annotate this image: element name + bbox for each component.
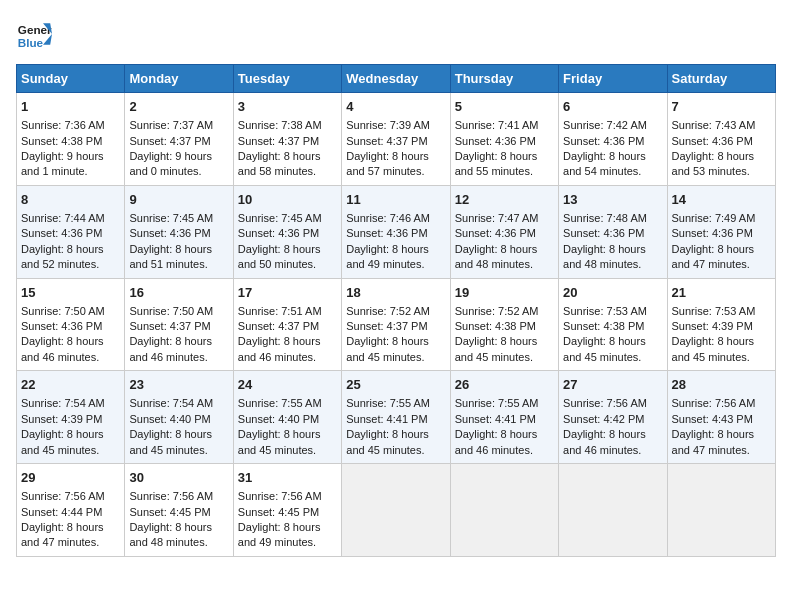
day-info: Daylight: 8 hours and 49 minutes. bbox=[346, 242, 445, 273]
day-info: Sunrise: 7:44 AM bbox=[21, 211, 120, 226]
day-info: Daylight: 8 hours and 48 minutes. bbox=[563, 242, 662, 273]
calendar-cell: 3Sunrise: 7:38 AMSunset: 4:37 PMDaylight… bbox=[233, 93, 341, 186]
day-info: Daylight: 8 hours and 45 minutes. bbox=[346, 334, 445, 365]
day-info: Sunset: 4:40 PM bbox=[129, 412, 228, 427]
day-info: Sunrise: 7:56 AM bbox=[672, 396, 771, 411]
day-info: Sunrise: 7:37 AM bbox=[129, 118, 228, 133]
day-info: Daylight: 8 hours and 46 minutes. bbox=[455, 427, 554, 458]
calendar-cell bbox=[667, 464, 775, 557]
day-number: 27 bbox=[563, 376, 662, 394]
day-info: Daylight: 8 hours and 52 minutes. bbox=[21, 242, 120, 273]
day-info: Daylight: 8 hours and 46 minutes. bbox=[238, 334, 337, 365]
day-info: Sunrise: 7:43 AM bbox=[672, 118, 771, 133]
day-info: Sunset: 4:36 PM bbox=[129, 226, 228, 241]
weekday-header-monday: Monday bbox=[125, 65, 233, 93]
calendar-cell: 27Sunrise: 7:56 AMSunset: 4:42 PMDayligh… bbox=[559, 371, 667, 464]
day-info: Daylight: 8 hours and 58 minutes. bbox=[238, 149, 337, 180]
day-info: Daylight: 8 hours and 46 minutes. bbox=[563, 427, 662, 458]
day-number: 19 bbox=[455, 284, 554, 302]
day-info: Sunrise: 7:56 AM bbox=[563, 396, 662, 411]
day-info: Sunset: 4:38 PM bbox=[563, 319, 662, 334]
day-number: 7 bbox=[672, 98, 771, 116]
day-info: Sunset: 4:36 PM bbox=[21, 226, 120, 241]
day-info: Sunrise: 7:50 AM bbox=[129, 304, 228, 319]
day-info: Sunset: 4:36 PM bbox=[563, 226, 662, 241]
day-info: Sunrise: 7:46 AM bbox=[346, 211, 445, 226]
calendar-cell: 22Sunrise: 7:54 AMSunset: 4:39 PMDayligh… bbox=[17, 371, 125, 464]
day-info: Sunrise: 7:52 AM bbox=[346, 304, 445, 319]
day-info: Sunset: 4:37 PM bbox=[129, 319, 228, 334]
day-info: Sunset: 4:39 PM bbox=[21, 412, 120, 427]
calendar-cell: 6Sunrise: 7:42 AMSunset: 4:36 PMDaylight… bbox=[559, 93, 667, 186]
weekday-header-row: SundayMondayTuesdayWednesdayThursdayFrid… bbox=[17, 65, 776, 93]
day-info: Sunset: 4:42 PM bbox=[563, 412, 662, 427]
day-number: 2 bbox=[129, 98, 228, 116]
calendar-cell: 9Sunrise: 7:45 AMSunset: 4:36 PMDaylight… bbox=[125, 185, 233, 278]
calendar-cell: 4Sunrise: 7:39 AMSunset: 4:37 PMDaylight… bbox=[342, 93, 450, 186]
calendar-cell: 21Sunrise: 7:53 AMSunset: 4:39 PMDayligh… bbox=[667, 278, 775, 371]
day-info: Daylight: 8 hours and 48 minutes. bbox=[455, 242, 554, 273]
day-number: 20 bbox=[563, 284, 662, 302]
day-info: Sunrise: 7:38 AM bbox=[238, 118, 337, 133]
calendar-cell: 11Sunrise: 7:46 AMSunset: 4:36 PMDayligh… bbox=[342, 185, 450, 278]
day-info: Daylight: 9 hours and 0 minutes. bbox=[129, 149, 228, 180]
calendar-week-row: 8Sunrise: 7:44 AMSunset: 4:36 PMDaylight… bbox=[17, 185, 776, 278]
calendar-cell: 24Sunrise: 7:55 AMSunset: 4:40 PMDayligh… bbox=[233, 371, 341, 464]
calendar-cell: 20Sunrise: 7:53 AMSunset: 4:38 PMDayligh… bbox=[559, 278, 667, 371]
day-info: Sunset: 4:44 PM bbox=[21, 505, 120, 520]
calendar-cell: 2Sunrise: 7:37 AMSunset: 4:37 PMDaylight… bbox=[125, 93, 233, 186]
day-info: Sunset: 4:41 PM bbox=[455, 412, 554, 427]
day-number: 26 bbox=[455, 376, 554, 394]
day-info: Sunset: 4:37 PM bbox=[346, 319, 445, 334]
calendar-cell: 12Sunrise: 7:47 AMSunset: 4:36 PMDayligh… bbox=[450, 185, 558, 278]
day-info: Sunrise: 7:49 AM bbox=[672, 211, 771, 226]
calendar-cell: 10Sunrise: 7:45 AMSunset: 4:36 PMDayligh… bbox=[233, 185, 341, 278]
weekday-header-thursday: Thursday bbox=[450, 65, 558, 93]
day-info: Sunset: 4:45 PM bbox=[238, 505, 337, 520]
day-info: Sunrise: 7:50 AM bbox=[21, 304, 120, 319]
day-number: 22 bbox=[21, 376, 120, 394]
day-number: 21 bbox=[672, 284, 771, 302]
day-info: Sunset: 4:37 PM bbox=[238, 134, 337, 149]
day-number: 1 bbox=[21, 98, 120, 116]
day-info: Sunset: 4:38 PM bbox=[455, 319, 554, 334]
calendar-cell: 26Sunrise: 7:55 AMSunset: 4:41 PMDayligh… bbox=[450, 371, 558, 464]
day-info: Sunset: 4:36 PM bbox=[455, 226, 554, 241]
day-info: Daylight: 8 hours and 45 minutes. bbox=[455, 334, 554, 365]
day-number: 6 bbox=[563, 98, 662, 116]
day-info: Daylight: 8 hours and 55 minutes. bbox=[455, 149, 554, 180]
calendar-week-row: 29Sunrise: 7:56 AMSunset: 4:44 PMDayligh… bbox=[17, 464, 776, 557]
page-header: General Blue bbox=[16, 16, 776, 52]
day-number: 11 bbox=[346, 191, 445, 209]
day-info: Sunset: 4:36 PM bbox=[455, 134, 554, 149]
calendar-cell: 30Sunrise: 7:56 AMSunset: 4:45 PMDayligh… bbox=[125, 464, 233, 557]
calendar-cell: 8Sunrise: 7:44 AMSunset: 4:36 PMDaylight… bbox=[17, 185, 125, 278]
logo: General Blue bbox=[16, 16, 52, 52]
day-info: Sunrise: 7:55 AM bbox=[238, 396, 337, 411]
day-info: Sunset: 4:36 PM bbox=[346, 226, 445, 241]
day-info: Daylight: 8 hours and 45 minutes. bbox=[129, 427, 228, 458]
calendar-week-row: 22Sunrise: 7:54 AMSunset: 4:39 PMDayligh… bbox=[17, 371, 776, 464]
day-info: Sunrise: 7:39 AM bbox=[346, 118, 445, 133]
day-info: Sunset: 4:37 PM bbox=[129, 134, 228, 149]
day-info: Sunrise: 7:55 AM bbox=[346, 396, 445, 411]
day-number: 14 bbox=[672, 191, 771, 209]
day-info: Sunset: 4:36 PM bbox=[672, 134, 771, 149]
day-info: Sunset: 4:38 PM bbox=[21, 134, 120, 149]
day-number: 10 bbox=[238, 191, 337, 209]
day-info: Daylight: 8 hours and 46 minutes. bbox=[129, 334, 228, 365]
day-number: 25 bbox=[346, 376, 445, 394]
day-info: Daylight: 8 hours and 50 minutes. bbox=[238, 242, 337, 273]
day-info: Sunrise: 7:48 AM bbox=[563, 211, 662, 226]
day-number: 3 bbox=[238, 98, 337, 116]
day-info: Sunset: 4:36 PM bbox=[563, 134, 662, 149]
weekday-header-friday: Friday bbox=[559, 65, 667, 93]
calendar-cell: 23Sunrise: 7:54 AMSunset: 4:40 PMDayligh… bbox=[125, 371, 233, 464]
calendar-cell: 16Sunrise: 7:50 AMSunset: 4:37 PMDayligh… bbox=[125, 278, 233, 371]
day-info: Sunrise: 7:54 AM bbox=[21, 396, 120, 411]
weekday-header-saturday: Saturday bbox=[667, 65, 775, 93]
calendar-cell: 17Sunrise: 7:51 AMSunset: 4:37 PMDayligh… bbox=[233, 278, 341, 371]
day-number: 16 bbox=[129, 284, 228, 302]
weekday-header-wednesday: Wednesday bbox=[342, 65, 450, 93]
day-info: Daylight: 8 hours and 53 minutes. bbox=[672, 149, 771, 180]
